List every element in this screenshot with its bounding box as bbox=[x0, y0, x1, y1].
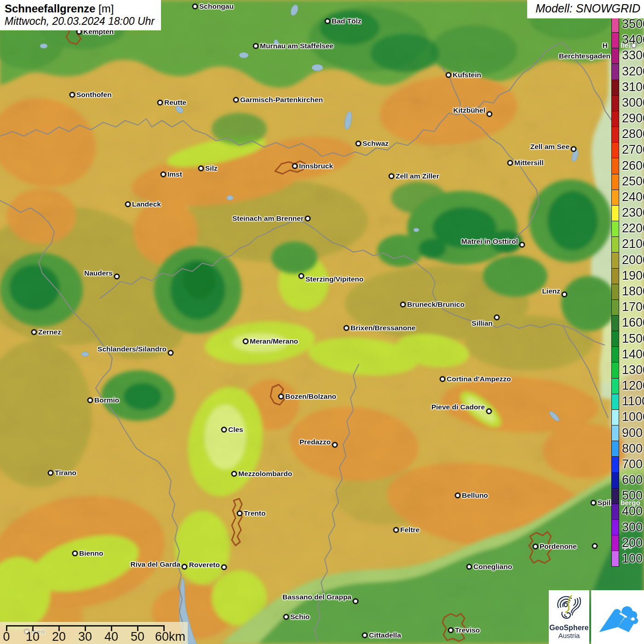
legend-value-label: 1200 bbox=[622, 380, 644, 392]
legend-swatch bbox=[612, 205, 619, 221]
legend-swatch bbox=[612, 190, 619, 205]
legend-swatch bbox=[612, 126, 619, 142]
legend-swatch bbox=[612, 284, 619, 299]
geosphere-logo-box: GeoSphere Austria bbox=[549, 590, 589, 644]
legend-value-label: 1100 bbox=[622, 395, 644, 408]
legend-value-label: 3400 bbox=[622, 34, 644, 46]
scalebar-label: 60km bbox=[155, 630, 185, 644]
geosphere-logo-text: GeoSphere bbox=[549, 624, 589, 632]
model-box: Modell: SNOWGRID bbox=[527, 0, 644, 18]
legend-swatch bbox=[612, 95, 619, 111]
legend-swatch bbox=[612, 488, 619, 504]
legend-swatch bbox=[612, 472, 619, 488]
legend-swatch bbox=[612, 346, 619, 362]
legend-swatch bbox=[612, 425, 619, 441]
page-title: Schneefallgrenze [m] bbox=[5, 2, 155, 15]
legend-value-label: 3200 bbox=[622, 65, 644, 78]
legend-swatch bbox=[612, 378, 619, 394]
legend-swatch bbox=[612, 221, 619, 236]
legend-swatch bbox=[612, 394, 619, 409]
legend-swatch bbox=[612, 551, 619, 566]
scalebar-label: 20 bbox=[52, 630, 66, 644]
legend-swatch bbox=[612, 268, 619, 284]
scalebar-label: 50 bbox=[131, 630, 144, 644]
clipped-label-layer: lleinbergoipo bbox=[0, 0, 644, 644]
legend-value-label: 2600 bbox=[622, 160, 644, 172]
legend-value-label: 800 bbox=[622, 443, 643, 455]
legend-swatch bbox=[612, 362, 619, 378]
legend-swatch bbox=[612, 299, 619, 315]
scalebar-label: 0 bbox=[3, 630, 10, 644]
legend-value-label: 1700 bbox=[622, 301, 644, 313]
legend-value-label: 3000 bbox=[622, 97, 644, 109]
legend-swatch bbox=[612, 48, 619, 63]
legend-swatch bbox=[612, 142, 619, 158]
legend-value-label: 1600 bbox=[622, 316, 644, 329]
legend-swatch bbox=[612, 174, 619, 190]
legend-value-label: 1500 bbox=[622, 333, 644, 345]
legend-value-label: 400 bbox=[622, 505, 643, 518]
legend-value-label: 100 bbox=[622, 552, 643, 565]
legend-value-label: 2400 bbox=[622, 191, 644, 203]
legend-value-label: 2300 bbox=[622, 207, 644, 219]
title-main: Schneefallgrenze bbox=[5, 2, 95, 15]
legend-value-label: 2200 bbox=[622, 222, 644, 235]
legend-value-label: 3500 bbox=[622, 18, 644, 30]
legend-value-label: 1000 bbox=[622, 411, 644, 423]
scalebar-label: 40 bbox=[104, 630, 118, 644]
legend-swatch bbox=[612, 315, 619, 331]
legend-value-label: 700 bbox=[622, 458, 643, 471]
legend-swatch bbox=[612, 535, 619, 551]
legend-swatch bbox=[612, 111, 619, 126]
legend-swatch bbox=[612, 236, 619, 252]
legend-value-label: 2800 bbox=[622, 128, 644, 140]
legend-value-label: 1800 bbox=[622, 285, 644, 298]
legend-value-label: 3100 bbox=[622, 81, 644, 93]
geosphere-logo-subtext: Austria bbox=[549, 632, 589, 640]
scalebar-label: 30 bbox=[78, 630, 92, 644]
legend-value-label: 1400 bbox=[622, 348, 644, 361]
geosphere-contours-icon bbox=[555, 592, 583, 621]
legend-value-label: 600 bbox=[622, 474, 643, 486]
legend-swatch bbox=[612, 252, 619, 268]
legend-swatch bbox=[612, 63, 619, 79]
legend-swatch bbox=[612, 80, 619, 95]
partner-logo-box bbox=[591, 590, 644, 644]
legend-value-label: 2500 bbox=[622, 175, 644, 188]
legend-swatch bbox=[612, 17, 619, 32]
legend-value-label: 1900 bbox=[622, 270, 644, 282]
legend-swatch bbox=[612, 331, 619, 346]
legend-value-label: 200 bbox=[622, 537, 643, 549]
legend-value-label: 3300 bbox=[622, 49, 644, 62]
legend-swatch bbox=[612, 519, 619, 535]
legend-value-label: 2700 bbox=[622, 144, 644, 156]
distance-scalebar: 0102030405060km bbox=[0, 622, 188, 644]
color-scale-bar bbox=[611, 16, 619, 567]
title-unit: [m] bbox=[95, 2, 114, 15]
model-name: Modell: SNOWGRID bbox=[535, 2, 640, 15]
legend-swatch bbox=[612, 456, 619, 472]
legend-value-label: 500 bbox=[622, 489, 643, 502]
legend-value-label: 1300 bbox=[622, 364, 644, 376]
legend-value-label: 300 bbox=[622, 521, 643, 534]
legend-swatch bbox=[612, 32, 619, 48]
legend-swatch bbox=[612, 158, 619, 173]
legend-value-label: 2000 bbox=[622, 254, 644, 266]
title-box: Schneefallgrenze [m] Mittwoch, 20.03.202… bbox=[0, 0, 161, 30]
legend-value-label: 2100 bbox=[622, 238, 644, 250]
scalebar-label: 10 bbox=[26, 630, 40, 644]
weather-map-product: SchongauBad TölzKemptenMurnau am Staffel… bbox=[0, 0, 644, 644]
legend-swatch bbox=[612, 504, 619, 519]
legend-value-label: 900 bbox=[622, 427, 643, 439]
legend-swatch bbox=[612, 409, 619, 425]
legend-value-label: 2900 bbox=[622, 112, 644, 125]
legend-swatch bbox=[612, 441, 619, 456]
timestamp: Mittwoch, 20.03.2024 18:00 Uhr bbox=[5, 15, 155, 27]
mountain-cloud-logo-icon bbox=[597, 598, 639, 637]
